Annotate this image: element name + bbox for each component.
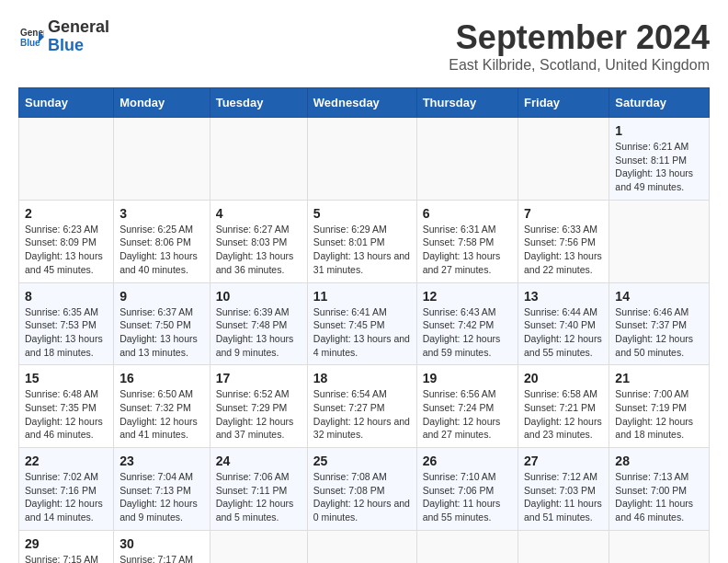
calendar-cell	[307, 530, 416, 563]
cell-details: Sunrise: 6:29 AM Sunset: 8:01 PM Dayligh…	[313, 223, 411, 277]
header-day: Sunday	[19, 88, 114, 118]
calendar-cell: 29Sunrise: 7:15 AM Sunset: 6:58 PM Dayli…	[19, 530, 114, 563]
day-number: 17	[216, 371, 301, 385]
calendar-cell	[416, 530, 518, 563]
calendar-cell: 15Sunrise: 6:48 AM Sunset: 7:35 PM Dayli…	[19, 365, 114, 448]
calendar-cell: 21Sunrise: 7:00 AM Sunset: 7:19 PM Dayli…	[609, 365, 710, 448]
calendar-cell: 9Sunrise: 6:37 AM Sunset: 7:50 PM Daylig…	[114, 282, 210, 365]
cell-details: Sunrise: 6:35 AM Sunset: 7:53 PM Dayligh…	[25, 305, 108, 360]
day-number: 9	[119, 289, 204, 304]
calendar-cell: 17Sunrise: 6:52 AM Sunset: 7:29 PM Dayli…	[210, 365, 307, 448]
calendar-cell: 18Sunrise: 6:54 AM Sunset: 7:27 PM Dayli…	[307, 365, 416, 448]
calendar-table: SundayMondayTuesdayWednesdayThursdayFrid…	[18, 87, 710, 563]
calendar-week-row: 22Sunrise: 7:02 AM Sunset: 7:16 PM Dayli…	[19, 448, 710, 531]
day-number: 28	[615, 454, 703, 468]
day-number: 19	[423, 371, 512, 385]
header-day: Friday	[518, 88, 609, 118]
calendar-cell: 30Sunrise: 7:17 AM Sunset: 6:55 PM Dayli…	[114, 530, 210, 563]
day-number: 3	[119, 206, 204, 221]
calendar-cell	[307, 118, 416, 201]
cell-details: Sunrise: 6:25 AM Sunset: 8:06 PM Dayligh…	[119, 223, 204, 277]
calendar-cell: 5Sunrise: 6:29 AM Sunset: 8:01 PM Daylig…	[307, 200, 416, 282]
cell-details: Sunrise: 6:56 AM Sunset: 7:24 PM Dayligh…	[423, 387, 512, 442]
calendar-cell: 19Sunrise: 6:56 AM Sunset: 7:24 PM Dayli…	[416, 365, 518, 448]
calendar-cell	[114, 118, 210, 201]
calendar-week-row: 8Sunrise: 6:35 AM Sunset: 7:53 PM Daylig…	[19, 282, 710, 365]
cell-details: Sunrise: 6:54 AM Sunset: 7:27 PM Dayligh…	[313, 387, 411, 442]
logo-text: General Blue	[48, 18, 109, 55]
header-day: Saturday	[609, 88, 710, 118]
cell-details: Sunrise: 6:31 AM Sunset: 7:58 PM Dayligh…	[423, 223, 512, 277]
cell-details: Sunrise: 7:15 AM Sunset: 6:58 PM Dayligh…	[25, 553, 108, 563]
calendar-cell: 16Sunrise: 6:50 AM Sunset: 7:32 PM Dayli…	[114, 365, 210, 448]
cell-details: Sunrise: 6:58 AM Sunset: 7:21 PM Dayligh…	[524, 387, 603, 442]
header-row: SundayMondayTuesdayWednesdayThursdayFrid…	[19, 88, 710, 118]
calendar-cell: 3Sunrise: 6:25 AM Sunset: 8:06 PM Daylig…	[114, 200, 210, 282]
calendar-cell: 13Sunrise: 6:44 AM Sunset: 7:40 PM Dayli…	[518, 282, 609, 365]
calendar-cell	[609, 200, 710, 282]
cell-details: Sunrise: 6:43 AM Sunset: 7:42 PM Dayligh…	[423, 305, 512, 360]
header-day: Thursday	[416, 88, 518, 118]
calendar-cell: 27Sunrise: 7:12 AM Sunset: 7:03 PM Dayli…	[518, 448, 609, 531]
day-number: 25	[313, 454, 411, 468]
svg-text:Blue: Blue	[20, 38, 40, 48]
calendar-cell: 14Sunrise: 6:46 AM Sunset: 7:37 PM Dayli…	[609, 282, 710, 365]
cell-details: Sunrise: 7:02 AM Sunset: 7:16 PM Dayligh…	[25, 470, 108, 524]
calendar-cell	[416, 118, 518, 201]
calendar-week-row: 2Sunrise: 6:23 AM Sunset: 8:09 PM Daylig…	[19, 200, 710, 282]
day-number: 18	[313, 371, 411, 385]
calendar-subtitle: East Kilbride, Scotland, United Kingdom	[449, 57, 710, 74]
calendar-cell: 11Sunrise: 6:41 AM Sunset: 7:45 PM Dayli…	[307, 282, 416, 365]
header: General Blue General Blue September 2024…	[18, 18, 710, 74]
logo: General Blue General Blue	[18, 18, 109, 55]
calendar-cell	[518, 530, 609, 563]
cell-details: Sunrise: 7:13 AM Sunset: 7:00 PM Dayligh…	[615, 470, 703, 524]
calendar-week-row: 29Sunrise: 7:15 AM Sunset: 6:58 PM Dayli…	[19, 530, 710, 563]
calendar-cell: 2Sunrise: 6:23 AM Sunset: 8:09 PM Daylig…	[19, 200, 114, 282]
day-number: 23	[119, 454, 204, 468]
day-number: 14	[615, 289, 703, 304]
title-area: September 2024 East Kilbride, Scotland, …	[449, 18, 710, 74]
day-number: 29	[25, 536, 108, 551]
calendar-week-row: 1Sunrise: 6:21 AM Sunset: 8:11 PM Daylig…	[19, 118, 710, 201]
calendar-cell	[518, 118, 609, 201]
day-number: 27	[524, 454, 603, 468]
calendar-title: September 2024	[449, 18, 710, 57]
cell-details: Sunrise: 7:17 AM Sunset: 6:55 PM Dayligh…	[119, 553, 204, 563]
header-day: Wednesday	[307, 88, 416, 118]
cell-details: Sunrise: 6:23 AM Sunset: 8:09 PM Dayligh…	[25, 223, 108, 277]
cell-details: Sunrise: 6:37 AM Sunset: 7:50 PM Dayligh…	[119, 305, 204, 360]
calendar-cell: 4Sunrise: 6:27 AM Sunset: 8:03 PM Daylig…	[210, 200, 307, 282]
cell-details: Sunrise: 7:06 AM Sunset: 7:11 PM Dayligh…	[216, 470, 301, 524]
day-number: 13	[524, 289, 603, 304]
calendar-cell	[19, 118, 114, 201]
cell-details: Sunrise: 6:44 AM Sunset: 7:40 PM Dayligh…	[524, 305, 603, 360]
cell-details: Sunrise: 6:48 AM Sunset: 7:35 PM Dayligh…	[25, 387, 108, 442]
cell-details: Sunrise: 6:21 AM Sunset: 8:11 PM Dayligh…	[615, 140, 703, 194]
day-number: 5	[313, 206, 411, 221]
day-number: 2	[25, 206, 108, 221]
day-number: 30	[119, 536, 204, 551]
calendar-cell: 28Sunrise: 7:13 AM Sunset: 7:00 PM Dayli…	[609, 448, 710, 531]
day-number: 4	[216, 206, 301, 221]
calendar-cell: 24Sunrise: 7:06 AM Sunset: 7:11 PM Dayli…	[210, 448, 307, 531]
day-number: 15	[25, 371, 108, 385]
day-number: 8	[25, 289, 108, 304]
cell-details: Sunrise: 7:10 AM Sunset: 7:06 PM Dayligh…	[423, 470, 512, 524]
calendar-cell: 10Sunrise: 6:39 AM Sunset: 7:48 PM Dayli…	[210, 282, 307, 365]
day-number: 1	[615, 123, 703, 138]
day-number: 20	[524, 371, 603, 385]
calendar-cell: 8Sunrise: 6:35 AM Sunset: 7:53 PM Daylig…	[19, 282, 114, 365]
calendar-cell: 25Sunrise: 7:08 AM Sunset: 7:08 PM Dayli…	[307, 448, 416, 531]
calendar-cell: 26Sunrise: 7:10 AM Sunset: 7:06 PM Dayli…	[416, 448, 518, 531]
day-number: 24	[216, 454, 301, 468]
calendar-cell: 22Sunrise: 7:02 AM Sunset: 7:16 PM Dayli…	[19, 448, 114, 531]
day-number: 11	[313, 289, 411, 304]
header-day: Monday	[114, 88, 210, 118]
day-number: 22	[25, 454, 108, 468]
day-number: 6	[423, 206, 512, 221]
calendar-cell	[609, 530, 710, 563]
calendar-cell: 1Sunrise: 6:21 AM Sunset: 8:11 PM Daylig…	[609, 118, 710, 201]
cell-details: Sunrise: 6:39 AM Sunset: 7:48 PM Dayligh…	[216, 305, 301, 360]
day-number: 12	[423, 289, 512, 304]
